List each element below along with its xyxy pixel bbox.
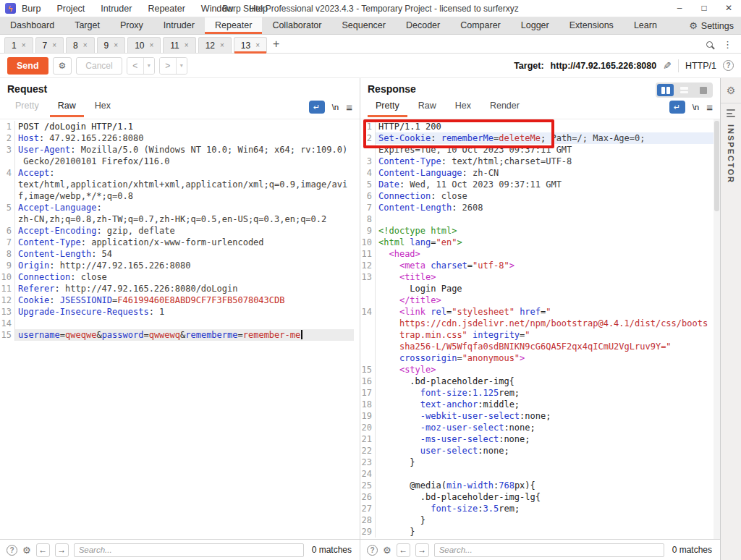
search-icon[interactable]: [706, 41, 713, 48]
show-newlines-toggle[interactable]: \n: [693, 103, 700, 111]
nav-tab-learn[interactable]: Learn: [624, 17, 667, 34]
line-number: 12: [0, 294, 15, 306]
send-button[interactable]: Send: [7, 57, 48, 75]
code-line: f,image/webp,*/*;q=0.8: [15, 190, 354, 202]
previous-match-button[interactable]: ←: [36, 543, 50, 557]
nav-tab-repeater[interactable]: Repeater: [205, 17, 262, 34]
nav-tab-logger[interactable]: Logger: [511, 17, 559, 34]
menu-intruder[interactable]: Intruder: [101, 4, 132, 14]
menu-repeater[interactable]: Repeater: [148, 4, 185, 14]
close-tab-icon[interactable]: ×: [114, 41, 118, 49]
menu-project[interactable]: Project: [56, 4, 85, 14]
repeater-tab-9[interactable]: 9×: [97, 37, 126, 53]
maximize-button[interactable]: □: [692, 0, 716, 17]
editor-menu-icon[interactable]: ≡: [346, 101, 352, 114]
history-back-button[interactable]: <: [127, 58, 143, 74]
scrollbar-thumb[interactable]: [714, 121, 719, 211]
nav-tab-collaborator[interactable]: Collaborator: [262, 17, 331, 34]
menu-window[interactable]: Window: [201, 4, 233, 14]
repeater-tab-8[interactable]: 8×: [66, 37, 95, 53]
nav-tab-target[interactable]: Target: [64, 17, 110, 34]
inspector-label[interactable]: INSPECTOR: [727, 124, 735, 184]
request-search-input[interactable]: [74, 543, 304, 557]
previous-match-button[interactable]: ←: [397, 543, 410, 557]
send-settings-button[interactable]: ⚙: [53, 57, 72, 75]
help-icon[interactable]: ?: [7, 545, 17, 556]
rows-layout-button[interactable]: [676, 84, 693, 96]
nav-tab-proxy[interactable]: Proxy: [110, 17, 153, 34]
help-icon[interactable]: ?: [367, 545, 378, 556]
request-tab-hex[interactable]: Hex: [87, 99, 119, 117]
nav-tab-dashboard[interactable]: Dashboard: [0, 17, 64, 34]
code-row: 9<!doctype html>: [360, 225, 720, 237]
nav-tab-decoder[interactable]: Decoder: [396, 17, 450, 34]
code-row: 12Cookie: JSESSIONID=F46199460E8ABD9CF7F…: [0, 294, 360, 306]
close-tab-icon[interactable]: ×: [83, 41, 88, 49]
more-options-icon[interactable]: ⋮: [723, 39, 732, 50]
add-tab-button[interactable]: +: [273, 37, 279, 51]
close-tab-icon[interactable]: ×: [220, 41, 224, 49]
close-button[interactable]: ✕: [716, 0, 741, 17]
show-newlines-toggle[interactable]: \n: [332, 103, 339, 111]
line-number: 7: [0, 237, 15, 248]
nav-tab-comparer[interactable]: Comparer: [450, 17, 511, 34]
inspector-sidebar[interactable]: ⚙ INSPECTOR: [720, 78, 741, 560]
next-match-button[interactable]: →: [415, 543, 429, 557]
request-tab-pretty[interactable]: Pretty: [7, 99, 47, 117]
nav-tab-sequencer[interactable]: Sequencer: [331, 17, 395, 34]
menu-help[interactable]: Help: [249, 4, 268, 14]
line-number: 10: [0, 271, 15, 283]
line-number: 5: [0, 202, 15, 213]
repeater-tab-1[interactable]: 1×: [4, 37, 33, 53]
response-editor[interactable]: 1HTTP/1.1 2002Set-Cookie: rememberMe=del…: [360, 119, 720, 539]
single-layout-button[interactable]: [695, 84, 711, 96]
history-forward-dropdown[interactable]: ▾: [176, 58, 187, 74]
code-row: https://cdn.jsdelivr.net/npm/bootstrap@4…: [360, 318, 720, 329]
inspector-panel-icon[interactable]: [727, 109, 735, 117]
next-match-button[interactable]: →: [55, 543, 69, 557]
response-search-input[interactable]: [434, 543, 664, 557]
settings-button[interactable]: ⚙ Settings: [682, 17, 741, 34]
history-forward-button[interactable]: >: [160, 58, 176, 74]
nav-tab-extensions[interactable]: Extensions: [559, 17, 624, 34]
nav-tab-intruder[interactable]: Intruder: [153, 17, 205, 34]
response-tab-pretty[interactable]: Pretty: [368, 99, 407, 117]
search-settings-gear-icon[interactable]: ⚙: [22, 545, 31, 556]
code-line: }: [376, 526, 714, 538]
repeater-tab-10[interactable]: 10×: [127, 37, 161, 53]
close-tab-icon[interactable]: ×: [149, 41, 153, 49]
columns-layout-button[interactable]: [657, 84, 674, 96]
response-tab-raw[interactable]: Raw: [410, 99, 444, 117]
response-scrollbar[interactable]: [714, 119, 720, 539]
minimize-button[interactable]: –: [667, 0, 692, 17]
code-line: Login Page: [376, 283, 714, 294]
burp-suite-window: ϟ BurpProjectIntruderRepeaterWindowHelp …: [0, 0, 741, 560]
request-tab-raw[interactable]: Raw: [50, 99, 84, 117]
menu-burp[interactable]: Burp: [22, 4, 41, 14]
response-tab-hex[interactable]: Hex: [447, 99, 479, 117]
response-tab-render[interactable]: Render: [482, 99, 528, 117]
search-settings-gear-icon[interactable]: ⚙: [383, 545, 391, 556]
repeater-tab-11[interactable]: 11×: [163, 37, 195, 53]
tab-label: 9: [104, 41, 109, 51]
word-wrap-toggle[interactable]: ↵: [309, 101, 325, 114]
cancel-button[interactable]: Cancel: [76, 57, 122, 75]
history-back-dropdown[interactable]: ▾: [143, 58, 154, 74]
request-editor[interactable]: 1POST /doLogin HTTP/1.12Host: 47.92.165.…: [0, 119, 360, 539]
edit-target-icon[interactable]: ✎: [663, 60, 672, 72]
gear-icon[interactable]: ⚙: [727, 85, 736, 96]
close-tab-icon[interactable]: ×: [52, 41, 56, 49]
repeater-tab-7[interactable]: 7×: [35, 37, 64, 53]
close-tab-icon[interactable]: ×: [255, 41, 260, 49]
close-tab-icon[interactable]: ×: [185, 41, 189, 49]
close-tab-icon[interactable]: ×: [22, 41, 26, 49]
line-number: [0, 190, 15, 202]
repeater-tab-12[interactable]: 12×: [198, 37, 232, 53]
word-wrap-toggle[interactable]: ↵: [669, 101, 685, 114]
repeater-tab-13[interactable]: 13×: [234, 37, 267, 53]
help-icon[interactable]: ?: [723, 60, 734, 71]
editor-menu-icon[interactable]: ≡: [706, 101, 713, 114]
settings-label: Settings: [701, 21, 734, 31]
code-line: <style>: [376, 364, 714, 376]
line-number: 13: [0, 306, 15, 318]
